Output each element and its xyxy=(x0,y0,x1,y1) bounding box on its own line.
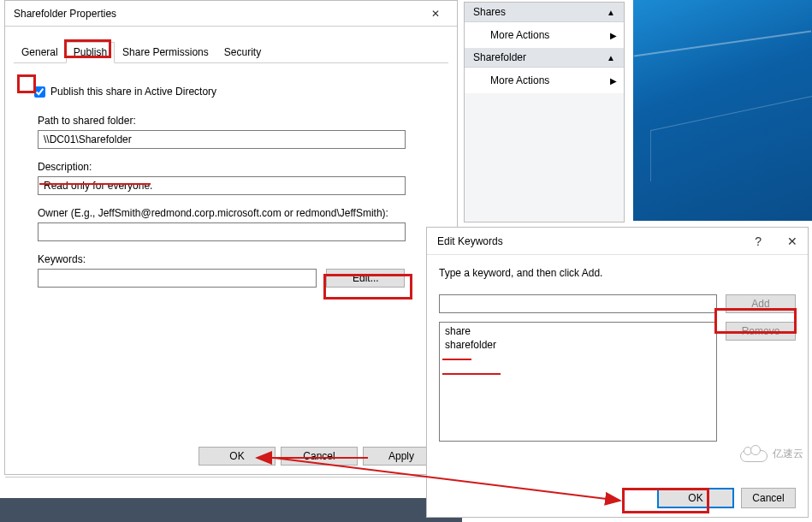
sharefolder-properties-dialog: Sharefolder Properties ✕ General Publish… xyxy=(4,0,458,475)
divider xyxy=(5,477,457,478)
owner-field[interactable] xyxy=(38,222,406,241)
publish-in-ad-checkbox[interactable] xyxy=(34,86,45,98)
dialog-titlebar: Sharefolder Properties ✕ xyxy=(5,1,457,27)
mmc-item-more-actions[interactable]: More Actions ▶ xyxy=(465,68,624,93)
path-label: Path to shared folder: xyxy=(38,115,428,127)
watermark-text: 亿速云 xyxy=(773,447,803,461)
instruction-text: Type a keyword, and then click Add. xyxy=(439,267,796,279)
tab-security[interactable]: Security xyxy=(216,42,269,62)
collapse-icon: ▲ xyxy=(607,8,615,17)
mmc-section-label: Shares xyxy=(473,6,506,18)
ok-button[interactable]: OK xyxy=(657,488,734,508)
mmc-item-label: More Actions xyxy=(490,74,549,86)
close-icon[interactable]: ✕ xyxy=(787,234,797,248)
submenu-icon: ▶ xyxy=(610,31,617,40)
taskbar xyxy=(0,498,462,522)
tab-publish[interactable]: Publish xyxy=(66,42,115,63)
mmc-section-sharefolder[interactable]: Sharefolder ▲ xyxy=(465,48,624,68)
mmc-item-label: More Actions xyxy=(490,29,549,41)
close-icon[interactable]: ✕ xyxy=(423,8,448,20)
keywords-listbox[interactable]: share sharefolder xyxy=(439,322,717,442)
submenu-icon: ▶ xyxy=(610,76,617,86)
tab-general[interactable]: General xyxy=(14,42,66,62)
add-button[interactable]: Add xyxy=(726,294,796,313)
help-icon[interactable]: ? xyxy=(755,234,762,248)
owner-label: Owner (E.g., JeffSmith@redmond.corp.micr… xyxy=(38,207,428,219)
cloud-icon xyxy=(738,445,768,462)
description-label: Description: xyxy=(38,161,428,173)
keywords-label: Keywords: xyxy=(38,253,428,265)
tab-share-permissions[interactable]: Share Permissions xyxy=(115,42,216,62)
tab-publish-body: Publish this share in Active Directory P… xyxy=(5,63,457,308)
description-field[interactable] xyxy=(38,176,406,195)
keyword-input[interactable] xyxy=(439,294,717,313)
dialog-title: Sharefolder Properties xyxy=(14,8,116,20)
desktop-background xyxy=(633,0,812,221)
list-item[interactable]: share xyxy=(445,324,711,338)
watermark: 亿速云 xyxy=(738,445,803,462)
mmc-item-more-actions[interactable]: More Actions ▶ xyxy=(465,22,624,48)
list-item[interactable]: sharefolder xyxy=(445,338,711,352)
edit-keywords-dialog: Edit Keywords ? ✕ Type a keyword, and th… xyxy=(426,227,809,518)
mmc-section-label: Sharefolder xyxy=(473,51,526,63)
mmc-actions-pane: Shares ▲ More Actions ▶ Sharefolder ▲ Mo… xyxy=(464,2,625,222)
dialog-title: Edit Keywords xyxy=(437,235,503,247)
cancel-button[interactable]: Cancel xyxy=(281,447,358,466)
ok-button[interactable]: OK xyxy=(199,447,276,466)
keywords-field xyxy=(38,269,317,288)
dialog-titlebar: Edit Keywords ? ✕ xyxy=(427,228,808,255)
mmc-section-shares[interactable]: Shares ▲ xyxy=(465,3,624,22)
edit-keywords-button[interactable]: Edit... xyxy=(326,269,405,288)
tabs: General Publish Share Permissions Securi… xyxy=(14,42,448,63)
path-field xyxy=(38,130,406,149)
remove-button[interactable]: Remove xyxy=(726,322,796,341)
publish-in-ad-label: Publish this share in Active Directory xyxy=(50,86,216,98)
collapse-icon: ▲ xyxy=(607,53,615,62)
cancel-button[interactable]: Cancel xyxy=(741,488,796,508)
